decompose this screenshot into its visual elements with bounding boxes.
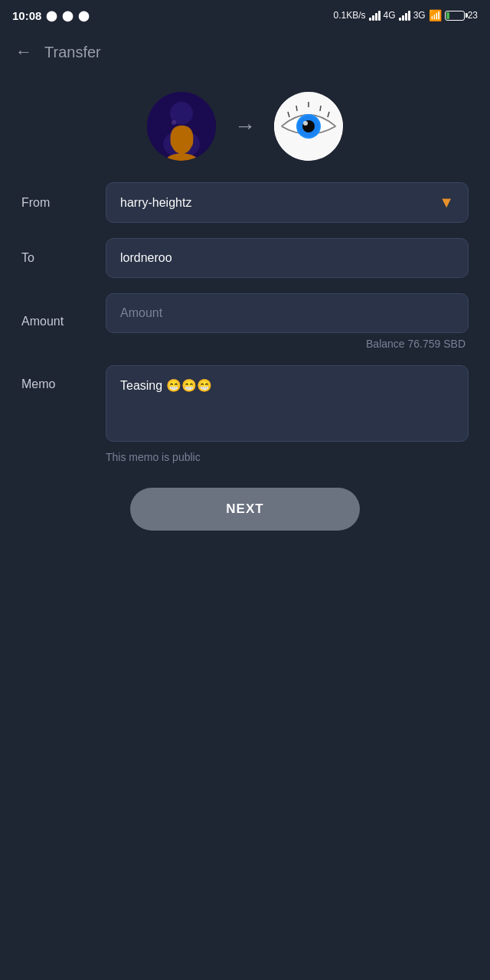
signal2-icon [399, 10, 410, 21]
dropdown-arrow-icon: ▼ [439, 194, 454, 211]
sim1-icon: ⬤ [46, 10, 57, 21]
from-input[interactable] [120, 196, 433, 210]
back-button[interactable]: ← [15, 42, 32, 62]
network1-label: 4G [384, 10, 396, 21]
wifi-icon: 📶 [429, 9, 442, 21]
status-time: 10:08 ⬤ ⬤ ⬤ [12, 9, 90, 22]
svg-point-2 [163, 130, 200, 158]
svg-point-8 [303, 121, 308, 126]
memo-input[interactable] [106, 365, 469, 442]
status-bar: 10:08 ⬤ ⬤ ⬤ 0.1KB/s 4G 3G 📶 23 [0, 0, 490, 31]
memo-label: Memo [21, 365, 106, 391]
amount-input-wrap: Balance 76.759 SBD [106, 293, 469, 350]
recipient-avatar-image [274, 92, 343, 161]
svg-line-10 [296, 106, 297, 111]
sender-avatar-image [147, 92, 216, 161]
balance-text: Balance 76.759 SBD [106, 338, 469, 350]
next-button-wrap: NEXT [21, 488, 469, 531]
from-input-wrap: ▼ [106, 182, 469, 223]
battery-level: 23 [468, 10, 478, 21]
status-right: 0.1KB/s 4G 3G 📶 23 [334, 9, 478, 21]
back-arrow-icon: ← [15, 42, 32, 62]
signal1-icon [369, 10, 381, 21]
amount-input[interactable] [106, 293, 469, 333]
from-label: From [21, 196, 106, 210]
page-title: Transfer [44, 44, 101, 61]
transfer-form: From ▼ To Amount Balance 76.759 SBD Memo… [0, 182, 490, 531]
recipient-avatar [274, 92, 343, 161]
svg-point-3 [172, 120, 176, 125]
transfer-arrow-icon: → [234, 114, 256, 139]
to-input[interactable] [106, 238, 469, 278]
amount-row: Amount Balance 76.759 SBD [21, 293, 469, 350]
from-row: From ▼ [21, 182, 469, 223]
sender-avatar [147, 92, 216, 161]
svg-line-12 [320, 106, 321, 111]
memo-input-wrap [106, 365, 469, 445]
sim2-icon: ⬤ [78, 10, 90, 21]
toolbar: ← Transfer [0, 31, 490, 74]
to-label: To [21, 251, 106, 265]
next-button[interactable]: NEXT [130, 488, 360, 531]
camera-icon: ⬤ [62, 10, 74, 21]
avatar-section: → [0, 92, 490, 161]
memo-row: Memo [21, 365, 469, 445]
battery-icon [445, 11, 465, 21]
amount-label: Amount [21, 315, 106, 328]
from-dropdown[interactable]: ▼ [106, 182, 469, 223]
network2-label: 3G [413, 10, 426, 21]
time-text: 10:08 [12, 9, 41, 22]
speed-text: 0.1KB/s [334, 10, 366, 21]
to-row: To [21, 238, 469, 278]
memo-public-notice: This memo is public [106, 451, 469, 463]
to-input-wrap [106, 238, 469, 278]
